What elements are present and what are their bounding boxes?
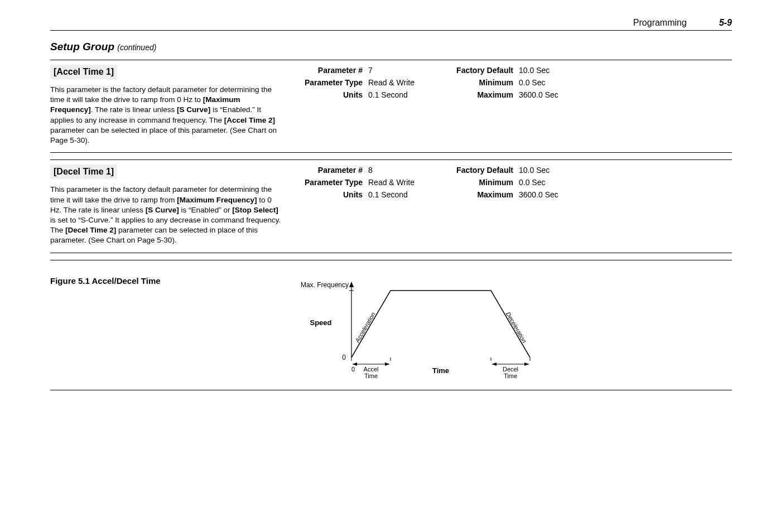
kv-value: Read & Write (368, 178, 430, 187)
param-kv-accel: Parameter # 7 Factory Default 10.0 Sec P… (285, 65, 732, 146)
kv-label: Units (285, 190, 363, 199)
page-header: Programming 5-9 (50, 18, 732, 28)
svg-text:Speed: Speed (310, 318, 331, 327)
figure-bottom-rule (50, 390, 732, 390)
param-kv-decel: Parameter # 8 Factory Default 10.0 Sec P… (285, 165, 732, 245)
figure-caption: Figure 5.1 Accel/Decel Time (50, 274, 285, 286)
param-left-col: [Decel Time 1] This parameter is the fac… (50, 165, 285, 245)
kv-value: 0.0 Sec (519, 78, 580, 87)
kv-value: 7 (368, 66, 430, 75)
kv-value: Read & Write (368, 78, 430, 87)
kv-label: Units (285, 90, 363, 99)
svg-text:Decel: Decel (503, 366, 518, 373)
svg-text:Time: Time (364, 373, 378, 379)
group-title-text: Setup Group (50, 41, 114, 52)
kv-label: Parameter # (285, 66, 363, 75)
kv-label: Minimum (435, 78, 513, 87)
kv-value: 0.1 Second (368, 190, 430, 199)
svg-marker-14 (385, 362, 389, 366)
kv-value: 10.0 Sec (519, 166, 580, 175)
svg-marker-1 (349, 282, 354, 287)
group-title: Setup Group (continued) (50, 41, 732, 53)
kv-value: 3600.0 Sec (519, 190, 580, 199)
param-desc-accel: This parameter is the factory default pa… (50, 85, 285, 146)
kv-label: Maximum (435, 190, 513, 199)
param-name-decel: [Decel Time 1] (50, 165, 117, 179)
kv-value: 8 (368, 166, 430, 175)
svg-text:Time: Time (432, 366, 449, 375)
figure-diagram: 0 Max. Frequency Speed Acceleration Dece… (285, 274, 575, 388)
kv-value: 10.0 Sec (519, 66, 580, 75)
figure-rule (50, 260, 732, 260)
section-name: Programming (633, 18, 687, 28)
param-left-col: [Accel Time 1] This parameter is the fac… (50, 65, 285, 146)
svg-text:Accel: Accel (364, 366, 379, 373)
kv-label: Minimum (435, 178, 513, 187)
svg-text:Acceleration: Acceleration (354, 311, 377, 344)
svg-text:0: 0 (351, 366, 355, 373)
svg-marker-20 (524, 362, 529, 366)
svg-text:Time: Time (504, 373, 517, 379)
kv-value: 0.0 Sec (519, 178, 580, 187)
svg-text:Max. Frequency: Max. Frequency (301, 281, 349, 289)
svg-text:Deceleration: Deceleration (505, 311, 528, 344)
kv-label: Factory Default (435, 66, 513, 75)
kv-value: 3600.0 Sec (519, 90, 580, 99)
figure-row: Figure 5.1 Accel/Decel Time 0 Max. Frequ… (50, 270, 732, 388)
header-rule (50, 30, 732, 31)
param-block-decel: [Decel Time 1] This parameter is the fac… (50, 159, 732, 253)
kv-label: Parameter Type (285, 178, 363, 187)
kv-label: Maximum (435, 90, 513, 99)
svg-text:0: 0 (342, 354, 346, 361)
page-number: 5-9 (719, 18, 732, 28)
group-continued: (continued) (117, 43, 156, 52)
kv-label: Parameter # (285, 166, 363, 175)
param-name-accel: [Accel Time 1] (50, 65, 117, 79)
param-block-accel: [Accel Time 1] This parameter is the fac… (50, 60, 732, 153)
kv-label: Factory Default (435, 166, 513, 175)
svg-marker-19 (492, 362, 497, 366)
kv-value: 0.1 Second (368, 90, 430, 99)
kv-label: Parameter Type (285, 78, 363, 87)
param-desc-decel: This parameter is the factory default pa… (50, 185, 285, 245)
